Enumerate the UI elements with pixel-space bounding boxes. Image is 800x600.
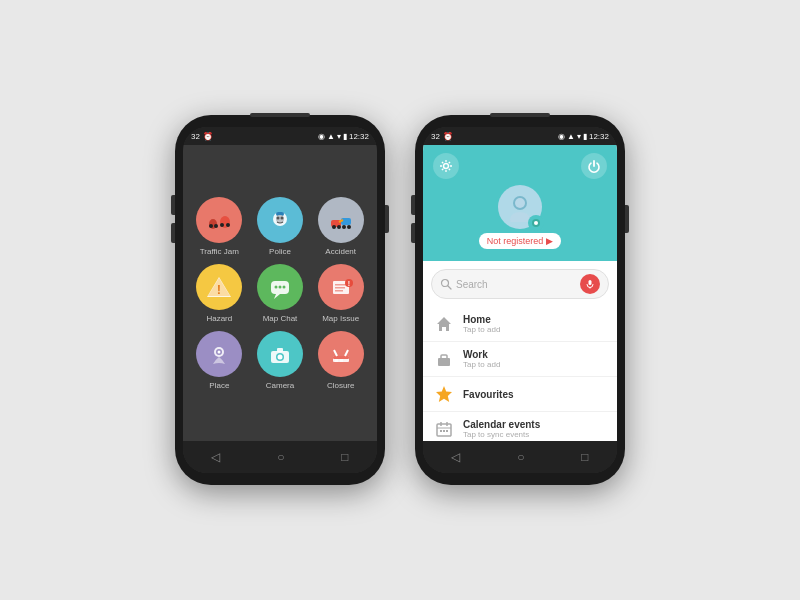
- power-btn: [385, 205, 389, 233]
- svg-rect-62: [440, 430, 442, 432]
- grid-item-map-issue[interactable]: ! Map Issue: [314, 264, 367, 323]
- svg-text:!: !: [217, 282, 221, 297]
- p2-wifi-icon: ▾: [577, 132, 581, 141]
- svg-rect-27: [335, 287, 345, 289]
- svg-point-3: [214, 224, 218, 228]
- police-svg: [266, 206, 294, 234]
- search-bar[interactable]: Search: [431, 269, 609, 299]
- signal-icon: ▲: [327, 132, 335, 141]
- vol-btn-top: [171, 195, 175, 215]
- grid-item-closure[interactable]: Closure: [314, 331, 367, 390]
- phone2-power: [625, 205, 629, 233]
- svg-point-4: [220, 223, 224, 227]
- grid-item-place[interactable]: Place: [193, 331, 246, 390]
- svg-point-44: [444, 164, 449, 169]
- svg-point-10: [280, 216, 283, 219]
- waze-header: Not registered ▶: [423, 145, 617, 261]
- phone-1: 32 ⏰ ◉ ▲ ▾ ▮ 12:32: [175, 115, 385, 485]
- place-icon-circle: [196, 331, 242, 377]
- home-icon: [433, 313, 455, 335]
- p2-status-right: ◉ ▲ ▾ ▮ 12:32: [558, 132, 609, 141]
- camera-svg: [266, 340, 294, 368]
- home-nav-icon[interactable]: ○: [277, 450, 284, 464]
- power-button[interactable]: [581, 153, 607, 179]
- status-left: 32 ⏰: [191, 132, 213, 141]
- time-display: 12:32: [349, 132, 369, 141]
- alarm-icon: ⏰: [203, 132, 213, 141]
- svg-point-23: [278, 285, 281, 288]
- favourites-menu-text: Favourites: [463, 389, 514, 400]
- grid-item-camera[interactable]: Camera: [254, 331, 307, 390]
- svg-rect-39: [333, 356, 349, 359]
- phone1-nav-bar: ◁ ○ □: [183, 441, 377, 473]
- battery-icon: ▮: [343, 132, 347, 141]
- back-icon[interactable]: ◁: [211, 450, 220, 464]
- svg-point-24: [282, 285, 285, 288]
- work-icon: [433, 348, 455, 370]
- police-label: Police: [269, 247, 291, 256]
- menu-items: Home Tap to add Work: [423, 307, 617, 441]
- svg-point-49: [534, 221, 538, 225]
- traffic-jam-label: Traffic Jam: [200, 247, 239, 256]
- mic-button[interactable]: [580, 274, 600, 294]
- map-issue-svg: !: [327, 273, 355, 301]
- camera-icon-circle: [257, 331, 303, 377]
- not-registered-badge[interactable]: Not registered ▶: [479, 233, 562, 249]
- calendar-icon: [433, 418, 455, 440]
- p2-back-icon[interactable]: ◁: [451, 450, 460, 464]
- svg-marker-54: [437, 317, 451, 331]
- waze-header-icons: [433, 153, 607, 179]
- not-registered-label: Not registered: [487, 236, 544, 246]
- p2-home-nav-icon[interactable]: ○: [517, 450, 524, 464]
- grid-item-traffic-jam[interactable]: Traffic Jam: [193, 197, 246, 256]
- status-num: 32: [191, 132, 200, 141]
- menu-item-calendar[interactable]: Calendar events Tap to sync events: [423, 412, 617, 441]
- search-icon: [440, 278, 452, 290]
- home-title: Home: [463, 314, 500, 325]
- hazard-label: Hazard: [206, 314, 232, 323]
- calendar-subtitle: Tap to sync events: [463, 430, 540, 439]
- p2-alarm-icon: ⏰: [443, 132, 453, 141]
- recents-icon[interactable]: □: [341, 450, 348, 464]
- calendar-menu-text: Calendar events Tap to sync events: [463, 419, 540, 439]
- svg-point-46: [515, 198, 525, 208]
- p2-battery-icon: ▮: [583, 132, 587, 141]
- accident-label: Accident: [325, 247, 356, 256]
- phone2-vol-top: [411, 195, 415, 215]
- icon-grid: Traffic Jam: [193, 197, 367, 390]
- svg-rect-56: [441, 355, 447, 359]
- grid-item-map-chat[interactable]: Map Chat: [254, 264, 307, 323]
- location-icon: ◉: [318, 132, 325, 141]
- closure-icon-circle: [318, 331, 364, 377]
- menu-item-favourites[interactable]: Favourites: [423, 377, 617, 412]
- svg-point-5: [226, 223, 230, 227]
- svg-point-2: [209, 224, 213, 228]
- favourites-title: Favourites: [463, 389, 514, 400]
- avatar-container: [498, 185, 542, 229]
- hazard-svg: !: [205, 273, 233, 301]
- p2-recents-icon[interactable]: □: [581, 450, 588, 464]
- svg-point-33: [218, 350, 221, 353]
- menu-item-work[interactable]: Work Tap to add: [423, 342, 617, 377]
- map-chat-icon-circle: [257, 264, 303, 310]
- settings-button[interactable]: [433, 153, 459, 179]
- star-svg: [435, 385, 453, 403]
- grid-item-hazard[interactable]: ! Hazard: [193, 264, 246, 323]
- closure-label: Closure: [327, 381, 355, 390]
- grid-item-accident[interactable]: Accident: [314, 197, 367, 256]
- p2-signal-icon: ▲: [567, 132, 575, 141]
- phone2-nav-bar: ◁ ○ □: [423, 441, 617, 473]
- wifi-icon: ▾: [337, 132, 341, 141]
- svg-marker-21: [274, 294, 280, 299]
- menu-item-home[interactable]: Home Tap to add: [423, 307, 617, 342]
- waze-screen: Not registered ▶ Search: [423, 145, 617, 441]
- accident-icon-circle: [318, 197, 364, 243]
- svg-point-15: [342, 225, 346, 229]
- phone2-vol-mid: [411, 223, 415, 243]
- home-menu-text: Home Tap to add: [463, 314, 500, 334]
- status-right: ◉ ▲ ▾ ▮ 12:32: [318, 132, 369, 141]
- svg-point-47: [510, 212, 530, 222]
- p2-status-num: 32: [431, 132, 440, 141]
- work-title: Work: [463, 349, 500, 360]
- grid-item-police[interactable]: Police: [254, 197, 307, 256]
